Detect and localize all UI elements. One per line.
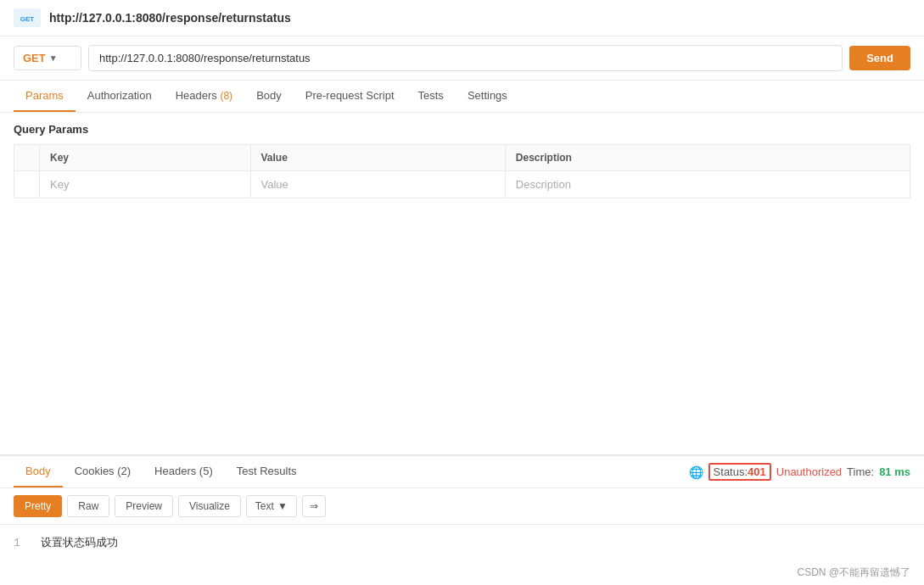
response-body-content: 1 设置状态码成功 [0,525,924,560]
chevron-down-icon: ▼ [49,53,58,63]
checkbox-col-header [14,145,40,171]
response-controls: Pretty Raw Preview Visualize Text ▼ ⇒ [0,488,924,525]
response-tab-body[interactable]: Body [14,456,63,488]
tab-tests[interactable]: Tests [406,81,456,112]
text-type-label: Text [255,500,274,512]
send-button[interactable]: Send [849,46,910,70]
tab-params[interactable]: Params [14,81,76,112]
format-visualize-button[interactable]: Visualize [178,495,241,517]
request-tabs: Params Authorization Headers (8) Body Pr… [0,81,924,113]
text-type-dropdown[interactable]: Text ▼ [246,495,297,517]
response-tab-test-results[interactable]: Test Results [225,456,309,488]
line-number: 1 [14,537,20,549]
query-params-section: Query Params Key Value Description Key V… [0,113,924,454]
time-value: 81 ms [879,465,910,478]
request-method-icon: GET [14,8,41,27]
status-text: Unauthorized [776,465,842,478]
query-params-title: Query Params [14,123,910,136]
format-pretty-button[interactable]: Pretty [14,495,62,517]
method-label: GET [23,52,46,64]
status-badge: Status: 401 [708,463,771,481]
text-type-chevron: ▼ [277,500,288,512]
tab-body[interactable]: Body [244,81,294,112]
url-bar: GET ▼ Send [0,36,924,81]
method-dropdown[interactable]: GET ▼ [14,46,81,70]
response-tab-cookies[interactable]: Cookies (2) [63,456,143,488]
tab-pre-request-script[interactable]: Pre-request Script [294,81,406,112]
word-wrap-button[interactable]: ⇒ [302,495,326,517]
response-tab-headers[interactable]: Headers (5) [143,456,225,488]
response-line-1: 1 设置状态码成功 [14,535,910,550]
key-col-header: Key [40,145,251,171]
value-cell[interactable]: Value [250,171,505,198]
page-title: http://127.0.0.1:8080/response/returnsta… [49,11,291,25]
tab-headers[interactable]: Headers (8) [164,81,244,112]
value-col-header: Value [250,145,505,171]
response-status-area: 🌐 Status: 401 Unauthorized Time: 81 ms [689,460,910,484]
tab-settings[interactable]: Settings [456,81,519,112]
footer-text: CSDN @不能再留遗憾了 [797,566,910,578]
line-content: 设置状态码成功 [41,537,118,549]
tab-authorization[interactable]: Authorization [76,81,164,112]
status-label: Status: [714,465,748,478]
response-tabs-row: Body Cookies (2) Headers (5) Test Result… [0,456,924,488]
globe-icon: 🌐 [689,465,703,479]
row-checkbox[interactable] [14,171,40,198]
svg-text:GET: GET [20,15,35,23]
wrap-icon: ⇒ [310,500,318,512]
status-code: 401 [748,465,766,478]
response-section: Body Cookies (2) Headers (5) Test Result… [0,454,924,560]
description-col-header: Description [505,145,910,171]
params-table: Key Value Description Key Value Descript… [14,144,910,198]
footer: CSDN @不能再留遗憾了 [0,560,924,585]
key-cell[interactable]: Key [40,171,251,198]
title-bar: GET http://127.0.0.1:8080/response/retur… [0,0,924,36]
format-preview-button[interactable]: Preview [115,495,173,517]
url-input[interactable] [88,45,843,71]
format-raw-button[interactable]: Raw [67,495,109,517]
description-cell[interactable]: Description [505,171,910,198]
headers-badge: (8) [220,90,232,102]
time-label: Time: [847,465,874,478]
table-row: Key Value Description [14,171,910,198]
app-container: GET http://127.0.0.1:8080/response/retur… [0,0,924,585]
